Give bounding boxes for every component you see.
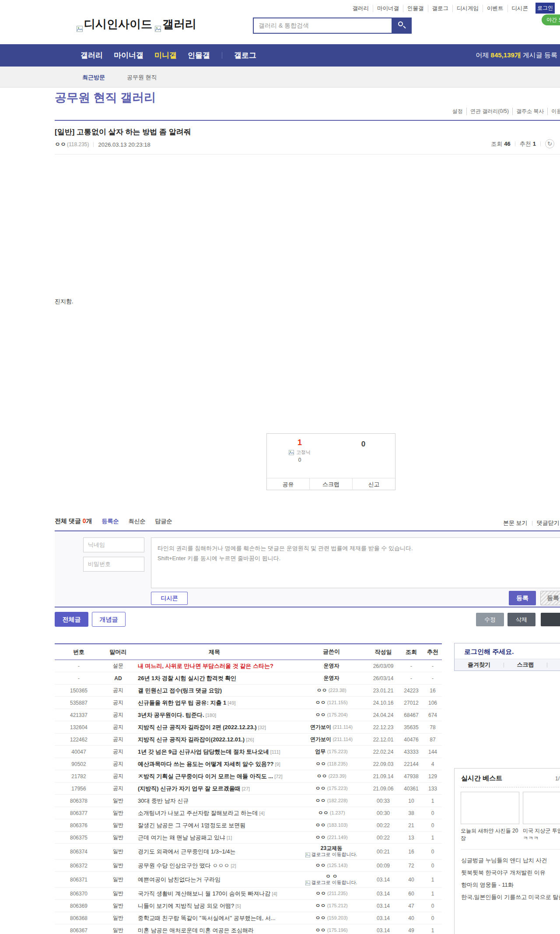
post-author-cell[interactable]: ㅇ ㅇ 갤로그로 이동합니다. [295,873,368,886]
post-author-cell[interactable]: ㅇㅇ (125.143) [295,862,368,869]
post-category[interactable]: 일반 [103,809,133,817]
post-author[interactable]: ㅇㅇ [55,140,66,148]
table-row[interactable]: 535887 공지 신규들을 위한 업무 팁 공유: 지출 1[49] ㅇㅇ (… [55,697,442,709]
close-comments-link[interactable]: 댓글닫기 [537,519,560,527]
comment-submit-button[interactable]: 등록 [509,591,536,605]
post-author-cell[interactable]: ㅇㅇ (175.223) [295,785,368,792]
upvote-count[interactable]: 1 [267,438,332,447]
table-row[interactable]: 122462 공지 지방직 신규 공직자 길라잡이(2022.12.01.)[2… [55,734,442,746]
post-author-cell[interactable]: ㅇㅇ (175.212) [295,902,368,909]
post-link[interactable]: 예산과목마다 쓰는 용도는 어떻게 자세히 알수 있음??[9] [133,760,295,768]
nav-item[interactable]: 미니갤 [152,50,179,60]
gallery-setting-link[interactable]: 설정 [449,108,466,115]
best-list-item[interactable]: 한국,일본인들이 기를쓰고 미국으로 탈출하 [461,891,560,903]
post-category[interactable]: 공지 [103,748,133,755]
table-row[interactable]: - 설문 내 며느리, 사위로 만나면 부담스러울 것 같은 스타는? 운영자 [55,660,442,672]
table-row[interactable]: 806372 일반 공무원 수당 인상요구안 떴다 ㅇㅇㅇ[2] ㅇㅇ (125… [55,860,442,872]
post-author-cell[interactable]: ㅇㅇ (211.235) [295,890,368,897]
post-category[interactable]: 일반 [103,890,133,897]
best-thumbnail[interactable] [461,792,519,824]
nav-item[interactable]: 갤러리 [78,50,105,60]
post-link[interactable]: 1년 갓 넘은 9급 신규사업 담당했는데 절차 토나오네[111] [133,748,295,756]
table-row[interactable]: 806368 일반 중학교때 친구랑 똑같이 "독서실에서" 공부했는데, 서.… [55,912,442,924]
post-category[interactable]: 일반 [103,902,133,909]
best-posts-button[interactable]: 개념글 [92,612,126,627]
post-link[interactable]: 예쁜여공이 남친없다는거 구라임 [133,876,295,884]
post-author-cell[interactable]: ㅇㅇ (159.203) [295,915,368,921]
post-author-cell[interactable]: 연가보이 (211.114) [295,724,368,730]
gallery-setting-link[interactable]: 갤주소 복사 [512,108,547,115]
post-category[interactable]: 공지 [103,723,133,731]
table-row[interactable]: 806378 일반 30대 중반 남자 신규 ㅇㅇ (182.228) [55,795,442,807]
post-author-cell[interactable]: ㅇㅇ (223.38) [295,687,368,694]
share-button[interactable]: 공유 [267,478,309,490]
scrap-button[interactable]: 스크랩 [309,478,352,490]
post-author-cell[interactable]: ㅇㅇ (182.228) [295,797,368,804]
post-author-cell[interactable]: 운영자 [295,675,368,681]
night-mode-toggle[interactable]: 야간 모드 [542,14,560,25]
post-author-cell[interactable]: ㅇㅇ (175.204) [295,712,368,718]
favorites-tab[interactable]: 즐겨찾기 [468,661,490,669]
post-category[interactable]: 일반 [103,927,133,934]
table-row[interactable]: 40047 공지 1년 갓 넘은 9급 신규사업 담당했는데 절차 토나오네[1… [55,746,442,758]
post-category[interactable]: 공지 [103,785,133,792]
post-link[interactable]: 공무원 수당 인상요구안 떴다 ㅇㅇㅇ[2] [133,862,295,870]
edit-button[interactable]: 수정 [476,613,504,626]
post-link[interactable]: 소개팅녀가 나보고 주선자랑 잘해보라고 하는데[4] [133,809,295,817]
search-input[interactable]: 갤러리 & 통합검색 [253,18,392,34]
comment-sort-option[interactable]: 등록순 [102,517,119,525]
post-link[interactable]: 지방직 신규 공직자 길라잡이 2편 (2022.12.23.)[32] [133,723,295,731]
post-author-cell[interactable]: 연가보이 (211.114) [295,736,368,743]
gallery-title[interactable]: 공무원 현직 갤러리 [55,90,156,105]
scrap-tab[interactable]: 스크랩 [517,661,534,669]
table-row[interactable]: 806370 일반 국가직 생활비 계산해보니 월 170이 숨쉬듯 빠져나감[… [55,888,442,900]
partial-button[interactable] [541,613,560,626]
post-link[interactable]: 국가직 생활비 계산해보니 월 170이 숨쉬듯 빠져나감[4] [133,890,295,898]
delete-button[interactable]: 삭제 [508,613,536,626]
best-card-caption[interactable]: 미국 지상군 투입 캭ㅋㅋㅋㅋㅋ [523,827,560,842]
table-row[interactable]: 806367 일반 미혼 남공은 애처로운데 미혼 여공은 조심해라 ㅇㅇ (1… [55,924,442,934]
comment-sort-option[interactable]: 최신순 [129,517,146,525]
comment-sort-option[interactable]: 답글순 [155,517,172,525]
post-link[interactable]: 지방직 신규 공직자 길라잡이(2022.12.01.)[26] [133,736,295,744]
post-category[interactable]: 일반 [103,848,133,855]
top-link[interactable]: 마이너갤 [373,5,403,12]
report-button[interactable]: 신고 [352,478,395,490]
post-category[interactable]: 일반 [103,876,133,883]
table-row[interactable]: 132604 공지 지방직 신규 공직자 길라잡이 2편 (2022.12.23… [55,721,442,734]
post-author-cell[interactable]: 업무 (175.223) [295,748,368,755]
post-link[interactable]: 신규들을 위한 업무 팁 공유: 지출 1[49] [133,699,295,707]
best-card-caption[interactable]: 오늘의 새하얀 사진들 20장 [461,827,519,842]
password-field[interactable]: 비밀번호 [83,557,144,572]
post-author-cell[interactable]: ㅇㅇ (221.149) [295,834,368,841]
best-list-item[interactable]: 뒷북뒷북 한국야구 개처발린 이유 [461,867,560,879]
table-row[interactable]: - AD 26년 1차 경찰 시험 실시간 합격컷 확인 운영자 [55,672,442,685]
dccon-button[interactable]: 디시콘 [151,592,188,605]
nav-item-gallog[interactable]: 갤로그 [231,50,259,60]
post-link[interactable]: ㅈ방직 기획실 근무중이다 이거 모르는 애들 아직도 ...[72] [133,772,295,780]
best-list-item[interactable]: 싱글벙글 누님들의 앤디 납치 사건 [461,854,560,867]
downvote-count[interactable]: 0 [332,440,395,449]
post-category[interactable]: 일반 [103,797,133,804]
site-logo[interactable]: 디시인사이드 갤러리 [77,17,196,32]
post-link[interactable]: 30대 중반 남자 신규 [133,797,295,805]
post-link[interactable]: 잘생긴 남공은 그 구에서 1명정도로 보면됨 [133,822,295,829]
table-row[interactable]: 806374 일반 경기도 외곽에서 근무중인데 1/3~1/4는 23교제동 … [55,844,442,860]
post-author-cell[interactable]: ㅇㅇ (223.39) [295,773,368,780]
post-category[interactable]: 일반 [103,822,133,829]
post-link[interactable]: 내 며느리, 사위로 만나면 부담스러울 것 같은 스타는? [133,662,295,670]
post-category[interactable]: 공지 [103,699,133,706]
top-link[interactable]: 디시콘 [508,5,532,12]
search-button[interactable] [392,18,412,34]
nickname-field[interactable]: 닉네임 [83,537,144,552]
top-link[interactable]: 이벤트 [483,5,508,12]
gallery-setting-link[interactable]: 이용안내 [547,108,560,115]
login-button[interactable]: 로그인 [536,3,555,14]
post-author-cell[interactable]: ㅇㅇ (121.155) [295,699,368,706]
nav-item[interactable]: 마이너갤 [111,50,146,60]
post-link[interactable]: 미혼 남공은 애처로운데 미혼 여공은 조심해라 [133,927,295,934]
nav-item[interactable]: 인물갤 [185,50,213,60]
post-category[interactable]: 일반 [103,914,133,922]
post-link[interactable]: 3년차 공무원이다. 팁준다.[180] [133,711,295,719]
best-list-item[interactable]: 항마의 영웅들 - 11화 [461,879,560,891]
